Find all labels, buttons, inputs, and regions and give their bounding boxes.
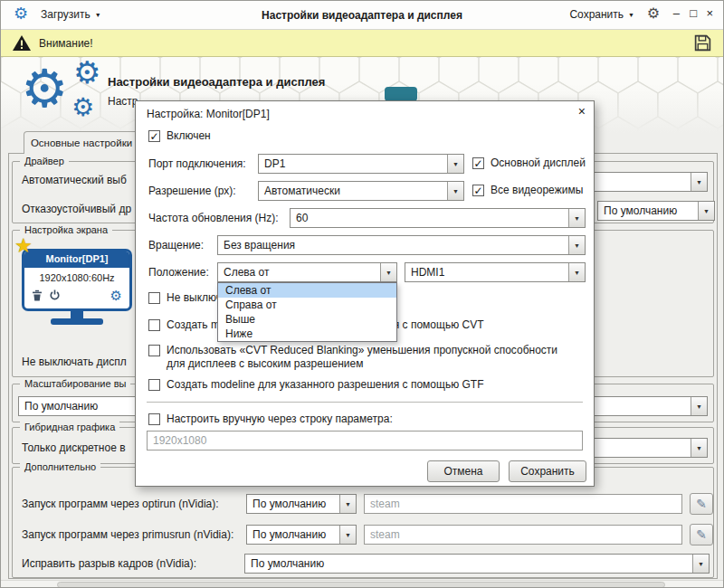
save-menu-label: Сохранить [569, 8, 624, 21]
monitor-stand-base [51, 318, 103, 325]
app-window: ⚙ Загрузить ▼ Настройки видеоадаптера и … [0, 0, 724, 588]
checkbox-box: ✓ [148, 130, 160, 142]
caret-down-icon: ▼ [339, 495, 356, 513]
dropdown-option[interactable]: Выше [218, 312, 396, 327]
page-subtitle-fragment: Настр [108, 95, 138, 108]
monitor-settings-dialog: Настройка: Monitor[DP1] × ✓ Включен Порт… [135, 100, 595, 487]
combo-value: Без вращения [218, 239, 568, 251]
dropdown-option[interactable]: Справа от [218, 298, 396, 312]
combo-value: 60 [291, 212, 568, 224]
cancel-button[interactable]: Отмена [427, 460, 500, 482]
caret-down-icon: ▼ [568, 263, 585, 281]
checkbox-label: Все видеорежимы [491, 184, 583, 197]
pencil-icon: ✎ [696, 527, 707, 542]
driver-auto-label-fragment: Автоматический выб [22, 174, 127, 187]
combo-value: По умолчанию [598, 204, 698, 217]
hybrid-label-fragment: Только дискретное в [22, 441, 126, 455]
tearing-combo[interactable]: По умолчанию ▼ [244, 554, 710, 574]
primusrun-input[interactable] [364, 525, 682, 545]
minimize-button[interactable]: – [673, 7, 680, 19]
driver-failsafe-combo[interactable]: По умолчанию ▼ [597, 201, 715, 221]
primusrun-label: Запуск программ через primusrun (nVidia)… [22, 528, 233, 542]
primusrun-combo[interactable]: По умолчанию ▼ [246, 525, 357, 545]
checkbox-box [148, 413, 160, 425]
scrollbar-thumb[interactable] [57, 582, 665, 588]
favorite-star-icon: ★ [14, 236, 33, 256]
teal-badge-fragment [385, 87, 417, 101]
position-target-combo[interactable]: HDMI1 ▼ [405, 262, 586, 282]
checkbox-box [148, 379, 160, 391]
monitor-toolbar: ⚙ [24, 284, 129, 308]
combo-value: Слева от [218, 266, 380, 279]
manual-input[interactable] [147, 431, 583, 450]
warning-text: Внимание! [39, 37, 93, 50]
close-window-button[interactable]: × [706, 7, 713, 19]
caret-down-icon: ▼ [380, 263, 396, 281]
gear-icon: ⚙ [73, 57, 100, 88]
combo-value: По умолчанию [247, 498, 339, 510]
combo-value: По умолчанию [247, 528, 339, 541]
page-title: Настройки видеоадаптера и дисплея [108, 75, 325, 89]
monitor-widget[interactable]: Monitor[DP1] 1920x1080:60Hz ⚙ [22, 249, 132, 325]
hidden-checkbox-fragment[interactable]: Не выключ [148, 291, 222, 305]
save-button[interactable]: Сохранить [509, 460, 586, 482]
warning-icon [12, 34, 32, 52]
monitor-gear-icon[interactable]: ⚙ [110, 289, 122, 302]
optirun-combo[interactable]: По умолчанию ▼ [246, 494, 357, 514]
optirun-input[interactable] [364, 494, 682, 514]
port-label: Порт подключения: [148, 157, 246, 171]
position-combo[interactable]: Слева от ▼ [217, 262, 397, 282]
optirun-edit-button[interactable]: ✎ [690, 493, 713, 515]
tab-main-settings[interactable]: Основные настройки [24, 131, 139, 154]
gear-icon: ⚙ [71, 95, 94, 120]
group-legend: Дополнительно [20, 460, 100, 473]
caret-down-icon: ▼ [447, 182, 463, 200]
checkbox-box [148, 319, 160, 331]
combo-value: По умолчанию [245, 557, 692, 570]
settings-gear-icon[interactable]: ⚙ [647, 6, 660, 21]
save-menu-button[interactable]: Сохранить ▼ [569, 8, 634, 21]
dialog-close-button[interactable]: × [578, 105, 586, 118]
checkbox-label: Основной дисплей [491, 156, 586, 170]
resolution-label: Разрешение (px): [148, 185, 236, 198]
check-icon: ✓ [473, 158, 482, 169]
combo-value: HDMI1 [405, 266, 568, 279]
gear-icon: ⚙ [21, 62, 68, 115]
caret-down-icon: ▼ [628, 12, 634, 18]
reduced-blanking-checkbox[interactable]: Использовать «CVT Reduced Blanking» умен… [148, 344, 565, 371]
all-modes-checkbox[interactable]: ✓ Все видеорежимы [472, 184, 583, 197]
tearing-label: Исправить разрыв кадров (nVidia): [22, 557, 196, 571]
port-combo[interactable]: DP1 ▼ [258, 154, 464, 174]
monitor-frame: Monitor[DP1] 1920x1080:60Hz ⚙ [22, 249, 132, 311]
caret-down-icon: ▼ [698, 202, 714, 220]
checkbox-label: Создать modeline для указанного разрешен… [167, 378, 484, 392]
group-legend: Настройка экрана [20, 223, 112, 236]
position-label: Положение: [148, 266, 209, 280]
checkbox-label: Включен [167, 129, 211, 143]
group-legend: Драйвер [20, 155, 69, 167]
monitor-mode: 1920x1080:60Hz [24, 268, 129, 284]
manual-checkbox[interactable]: Настроить вручную через строку параметра… [148, 413, 393, 426]
check-icon: ✓ [149, 131, 158, 142]
rotation-combo[interactable]: Без вращения ▼ [217, 235, 586, 255]
maximize-button[interactable]: □ [690, 7, 697, 19]
save-file-button[interactable] [693, 33, 712, 52]
horizontal-scrollbar[interactable] [1, 580, 724, 588]
enabled-checkbox[interactable]: ✓ Включен [148, 129, 211, 143]
checkbox-box: ✓ [472, 185, 484, 196]
refresh-combo[interactable]: 60 ▼ [290, 208, 586, 228]
resolution-combo[interactable]: Автоматически ▼ [258, 181, 464, 201]
caret-down-icon: ▼ [447, 155, 463, 173]
optirun-label: Запуск программ через optirun (nVidia): [22, 498, 219, 511]
monitor-title: Monitor[DP1] [24, 251, 129, 268]
power-icon[interactable] [49, 289, 61, 301]
dropdown-option[interactable]: Ниже [218, 327, 396, 341]
refresh-label: Частота обновления (Hz): [148, 212, 279, 225]
trash-icon[interactable] [32, 289, 43, 301]
separator [147, 402, 583, 403]
modeline-gtf-checkbox[interactable]: Создать modeline для указанного разрешен… [148, 378, 484, 392]
dropdown-option[interactable]: Слева от [218, 283, 396, 298]
checkbox-box [148, 292, 160, 304]
primary-display-checkbox[interactable]: ✓ Основной дисплей [472, 156, 586, 170]
primusrun-edit-button[interactable]: ✎ [690, 524, 713, 545]
